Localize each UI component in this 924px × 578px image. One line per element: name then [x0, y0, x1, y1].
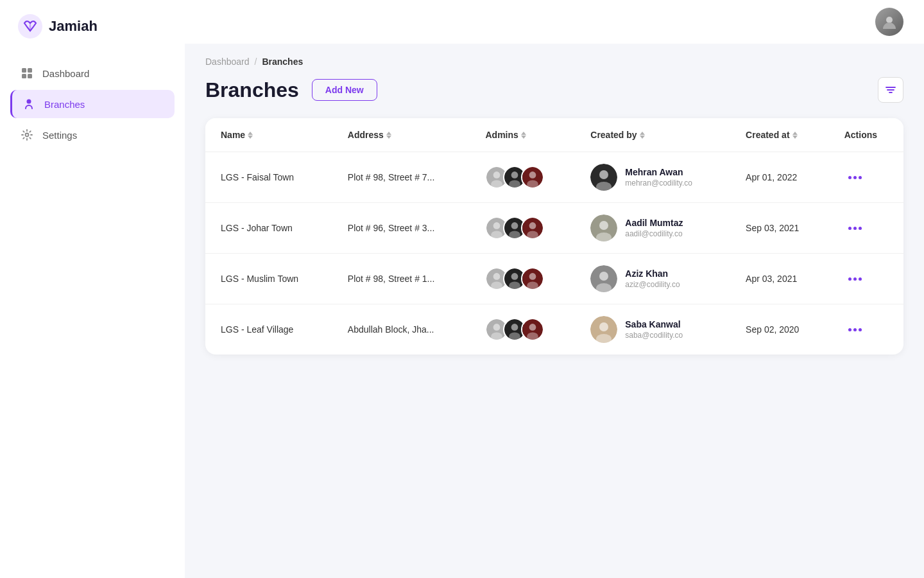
creator-name: Saba Kanwal: [625, 319, 683, 329]
branches-icon: [22, 98, 35, 110]
branch-actions: [829, 304, 903, 355]
svg-point-57: [599, 322, 608, 331]
dot-icon: [853, 328, 857, 331]
sidebar-item-branches-label: Branches: [44, 99, 85, 110]
creator-avatar: [590, 215, 617, 241]
app-name: Jamiah: [49, 18, 98, 35]
sort-name-icon: [248, 132, 253, 139]
branch-address: Plot # 98, Street # 1...: [332, 254, 470, 304]
dot-icon: [853, 227, 857, 230]
table-row: LGS - Faisal Town Plot # 98, Street # 7.…: [205, 152, 903, 203]
svg-point-16: [509, 180, 521, 188]
svg-point-7: [886, 17, 893, 23]
branch-creator: Aadil Mumtaz aadil@codility.co: [575, 203, 730, 254]
col-actions: Actions: [829, 118, 903, 152]
sidebar-item-dashboard-label: Dashboard: [42, 68, 89, 79]
svg-point-21: [599, 170, 608, 179]
dot-icon: [859, 227, 862, 230]
branch-address: Plot # 96, Street # 3...: [332, 203, 470, 254]
dot-icon: [859, 328, 862, 331]
topbar: [185, 0, 924, 44]
actions-button[interactable]: [844, 172, 866, 183]
col-admins[interactable]: Admins: [470, 118, 575, 152]
admin-avatar: [521, 216, 544, 240]
branch-actions: [829, 254, 903, 304]
branch-address: Abdullah Block, Jha...: [332, 304, 470, 355]
svg-rect-3: [22, 74, 26, 78]
svg-point-37: [492, 281, 503, 289]
creator-name: Mehran Awan: [625, 167, 692, 177]
svg-point-6: [26, 134, 29, 137]
branch-creator: Saba Kanwal saba@codility.co: [575, 304, 730, 355]
creator-email: saba@codility.co: [625, 331, 683, 340]
svg-point-45: [599, 272, 608, 281]
svg-point-43: [527, 281, 539, 289]
svg-point-15: [511, 171, 518, 179]
settings-icon: [21, 128, 33, 141]
creator-info: Mehran Awan mehran@codility.co: [625, 167, 692, 188]
svg-point-42: [529, 273, 536, 280]
sidebar-item-branches[interactable]: Branches: [10, 90, 175, 118]
col-created-at[interactable]: Created at: [730, 118, 829, 152]
filter-button[interactable]: [878, 77, 903, 103]
creator-email: aadil@codility.co: [625, 229, 683, 238]
col-name[interactable]: Name: [205, 118, 332, 152]
branch-admins: [470, 152, 575, 203]
col-address[interactable]: Address: [332, 118, 470, 152]
branch-created-at: Apr 01, 2022: [730, 152, 829, 203]
creator-name: Aadil Mumtaz: [625, 218, 683, 228]
breadcrumb-current: Branches: [262, 57, 303, 67]
user-avatar[interactable]: [875, 8, 903, 36]
branch-actions: [829, 203, 903, 254]
svg-point-54: [529, 324, 536, 331]
sort-admins-icon: [521, 132, 526, 139]
dot-icon: [853, 277, 857, 281]
svg-point-51: [511, 324, 518, 331]
breadcrumb-separator: /: [255, 57, 257, 67]
dot-icon: [859, 277, 862, 281]
branch-admins: [470, 304, 575, 355]
dot-icon: [848, 227, 851, 230]
creator-avatar: [590, 316, 617, 343]
svg-point-28: [509, 231, 521, 238]
app-logo: Jamiah: [0, 0, 185, 53]
branch-name: LGS - Faisal Town: [205, 152, 332, 203]
creator-info: Aziz Khan aziz@codility.co: [625, 268, 680, 289]
svg-point-25: [492, 231, 503, 238]
actions-button[interactable]: [844, 223, 866, 234]
creator-email: aziz@codility.co: [625, 280, 680, 289]
svg-point-19: [527, 180, 539, 188]
admin-avatar: [521, 318, 544, 341]
svg-point-27: [511, 222, 518, 229]
col-created-by[interactable]: Created by: [575, 118, 730, 152]
svg-point-40: [509, 281, 521, 289]
sidebar-item-dashboard[interactable]: Dashboard: [10, 59, 175, 87]
branch-name: LGS - Muslim Town: [205, 254, 332, 304]
branch-creator: Mehran Awan mehran@codility.co: [575, 152, 730, 203]
actions-button[interactable]: [844, 324, 866, 335]
svg-point-31: [527, 231, 539, 238]
svg-point-13: [492, 180, 503, 188]
branch-name: LGS - Johar Town: [205, 203, 332, 254]
page-title: Branches: [205, 78, 299, 102]
add-new-button[interactable]: Add New: [312, 79, 377, 101]
svg-rect-4: [28, 74, 32, 78]
branch-address: Plot # 98, Street # 7...: [332, 152, 470, 203]
table-row: LGS - Leaf Village Abdullah Block, Jha..…: [205, 304, 903, 355]
branches-table: Name Address: [205, 118, 903, 355]
creator-info: Aadil Mumtaz aadil@codility.co: [625, 218, 683, 238]
admin-avatar: [521, 267, 544, 290]
actions-button[interactable]: [844, 274, 866, 285]
svg-point-36: [493, 273, 501, 280]
creator-avatar: [590, 164, 617, 191]
sidebar-item-settings[interactable]: Settings: [10, 121, 175, 149]
sidebar-nav: Dashboard Branches Settings: [0, 53, 185, 155]
svg-point-55: [527, 332, 539, 340]
dot-icon: [848, 277, 851, 281]
branch-created-at: Apr 03, 2021: [730, 254, 829, 304]
svg-point-18: [529, 171, 536, 179]
breadcrumb-parent: Dashboard: [205, 57, 250, 67]
svg-point-5: [27, 100, 31, 104]
dot-icon: [859, 176, 862, 179]
creator-email: mehran@codility.co: [625, 179, 692, 188]
